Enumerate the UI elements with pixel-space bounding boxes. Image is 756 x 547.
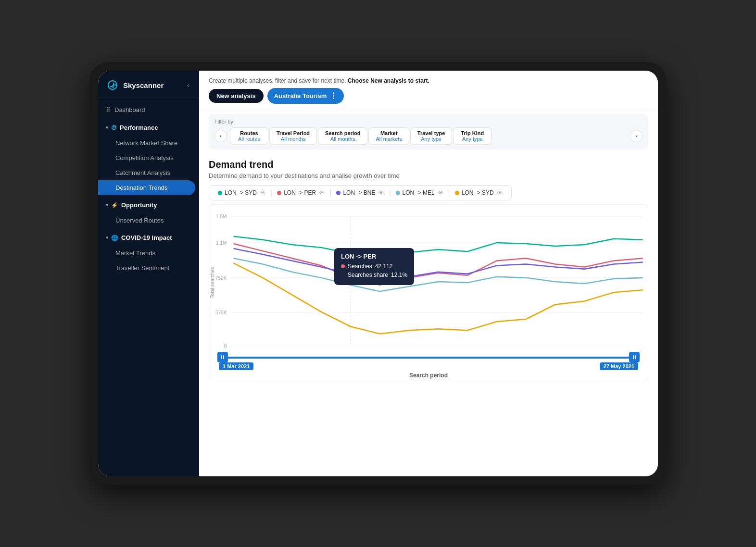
range-period-label: Search period [219,372,638,379]
series-lon-bne [234,249,643,280]
legend-label-4: LON -> SYD [462,189,494,196]
filter-travel-type[interactable]: Travel type Any type [410,127,452,145]
sidebar-nav: ⠿ Dashboard ▾ ⏱ Performance Network Mark… [98,98,199,476]
legend-dot-2 [336,191,340,195]
legend-item-0[interactable]: LON -> SYD 👁 [215,188,268,197]
top-bar-hint: Create multiple analyses, filter and sav… [209,77,648,84]
performance-icon: ⏱ [111,124,117,131]
legend-label-0: LON -> SYD [225,189,257,196]
logo-area: Skyscanner [106,78,164,92]
performance-label: Performance [120,124,158,131]
top-bar-cta: Choose New analysis to start. [348,77,429,84]
chart-container: 1.5M 1.1M 750K 375K 0 Total searches [209,204,648,381]
range-start-label: 1 Mar 2021 [219,362,253,370]
tablet-screen: Skyscanner ‹ ⠿ Dashboard ▾ ⏱ Performance… [98,71,658,476]
svg-text:Total searches: Total searches [210,267,215,298]
top-bar: Create multiple analyses, filter and sav… [199,71,658,109]
network-market-share-item[interactable]: Network Market Share [98,136,199,150]
tooltip-searches-value: 42,112 [375,263,393,270]
legend-item-2[interactable]: LON -> BNE 👁 [333,188,387,197]
sidebar-collapse-button[interactable]: ‹ [185,80,191,90]
logo-text: Skyscanner [123,81,164,89]
performance-section-header[interactable]: ▾ ⏱ Performance [98,120,199,136]
filter-travel-period[interactable]: Travel Period All months [269,127,317,145]
competition-analysis-item[interactable]: Competition Analysis [98,150,199,165]
filter-search-period[interactable]: Search period All months [318,127,367,145]
filter-bar: Filter by ‹ Routes All routes Travel Per… [209,114,648,149]
tooltip-series-dot [341,264,345,268]
legend-eye-2[interactable]: 👁 [378,190,384,196]
sidebar: Skyscanner ‹ ⠿ Dashboard ▾ ⏱ Performance… [98,71,199,476]
legend-dot-4 [455,191,459,195]
covid-section-header[interactable]: ▾ 🌐 COVID-19 Impact [98,230,199,246]
tooltip-share-label: Searches share [348,272,388,278]
chart-svg: 1.5M 1.1M 750K 375K 0 Total searches [209,210,648,351]
filter-routes[interactable]: Routes All routes [230,127,268,145]
covid-icon: 🌐 [111,235,118,241]
range-track [224,357,633,359]
catchment-analysis-item[interactable]: Catchment Analysis [98,165,199,180]
chevron-icon-opportunity: ▾ [106,202,108,208]
range-handle-left[interactable] [217,352,228,362]
legend-item-4[interactable]: LON -> SYD 👁 [452,188,505,197]
legend-eye-0[interactable]: 👁 [260,190,265,196]
filter-by-label: Filter by [214,119,643,124]
main-content: Create multiple analyses, filter and sav… [199,71,658,476]
legend-label-1: LON -> PER [284,189,316,196]
svg-text:750K: 750K [215,275,227,281]
destination-trends-item[interactable]: Destination Trends [98,180,195,195]
opportunity-label: Opportunity [121,201,157,209]
filter-market[interactable]: Market All markets [368,127,409,145]
filter-items: ‹ Routes All routes Travel Period All mo… [214,127,643,145]
legend-eye-1[interactable]: 👁 [319,190,325,196]
nav-section-opportunity: ▾ ⚡ Opportunity Unserved Routes [98,197,199,228]
skyscanner-logo-icon [106,78,119,92]
saved-analysis-button[interactable]: Australia Tourism ⋮ [267,88,344,104]
legend-item-1[interactable]: LON -> PER 👁 [274,188,328,197]
tooltip-searches-row: Searches 42,112 [341,263,407,270]
sidebar-item-dashboard[interactable]: ⠿ Dashboard [98,102,199,118]
market-trends-item[interactable]: Market Trends [98,246,199,261]
chevron-icon: ▾ [106,125,108,130]
chart-tooltip: LON -> PER Searches 42,112 Searches shar… [334,248,414,285]
tooltip-searches-label: Searches [348,263,372,270]
new-analysis-button[interactable]: New analysis [209,89,264,103]
filter-trip-kind[interactable]: Trip Kind Any type [453,127,491,145]
legend-item-3[interactable]: LON -> MEL 👁 [393,188,446,197]
traveller-sentiment-item[interactable]: Traveller Sentiment [98,261,199,275]
content-area: Demand trend Determine demand to your de… [199,154,658,476]
legend-label-2: LON -> BNE [343,189,375,196]
legend-dot-3 [396,191,400,195]
svg-text:375K: 375K [215,310,227,315]
range-end-label: 27 May 2021 [600,362,638,370]
legend-dot-1 [277,191,281,195]
range-labels: 1 Mar 2021 27 May 2021 [219,362,638,370]
dashboard-label: Dashboard [114,106,145,113]
filter-next-button[interactable]: › [630,130,643,142]
range-slider-area: 1 Mar 2021 27 May 2021 Search period [209,353,648,381]
nav-section-performance: ▾ ⏱ Performance Network Market Share Com… [98,120,199,195]
series-lon-mel [234,258,643,291]
svg-text:1.1M: 1.1M [216,240,227,246]
legend-eye-3[interactable]: 👁 [438,190,443,196]
range-handle-right[interactable] [629,352,640,362]
legend-eye-4[interactable]: 👁 [497,190,503,196]
tablet-frame: Skyscanner ‹ ⠿ Dashboard ▾ ⏱ Performance… [89,62,667,485]
chevron-icon-covid: ▾ [106,235,108,240]
opportunity-icon: ⚡ [111,202,118,209]
opportunity-section-header[interactable]: ▾ ⚡ Opportunity [98,197,199,213]
unserved-routes-item[interactable]: Unserved Routes [98,213,199,228]
chart-legend: LON -> SYD 👁 | LON -> PER 👁 | LON -> BNE… [209,185,512,200]
more-options-icon: ⋮ [329,91,337,100]
filter-prev-button[interactable]: ‹ [214,130,227,142]
svg-text:0: 0 [224,344,227,349]
series-lon-syd-1 [234,236,643,256]
legend-dot-0 [218,191,222,195]
chart-title: Demand trend [209,159,648,170]
nav-section-covid: ▾ 🌐 COVID-19 Impact Market Trends Travel… [98,230,199,275]
covid-label: COVID-19 Impact [121,234,172,241]
series-lon-syd-2 [234,263,643,334]
grid-icon: ⠿ [106,106,111,113]
chart-svg-wrapper: 1.5M 1.1M 750K 375K 0 Total searches [209,210,648,353]
tooltip-share-row: Searches share 12.1% [341,272,407,278]
